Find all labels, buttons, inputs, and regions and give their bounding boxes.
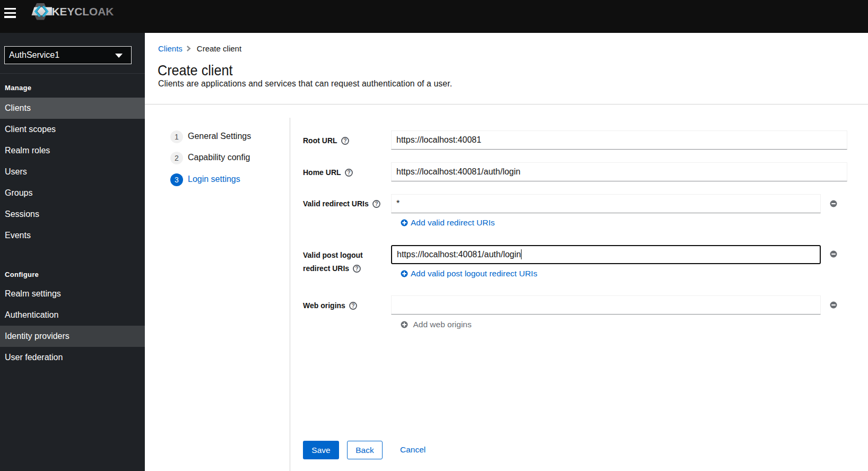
svg-text:?: ? xyxy=(343,138,346,144)
svg-text:?: ? xyxy=(355,266,359,272)
svg-text:?: ? xyxy=(351,303,354,309)
svg-text:KEYCLOAK: KEYCLOAK xyxy=(52,5,114,18)
svg-text:?: ? xyxy=(347,170,350,176)
svg-text:?: ? xyxy=(375,201,378,207)
